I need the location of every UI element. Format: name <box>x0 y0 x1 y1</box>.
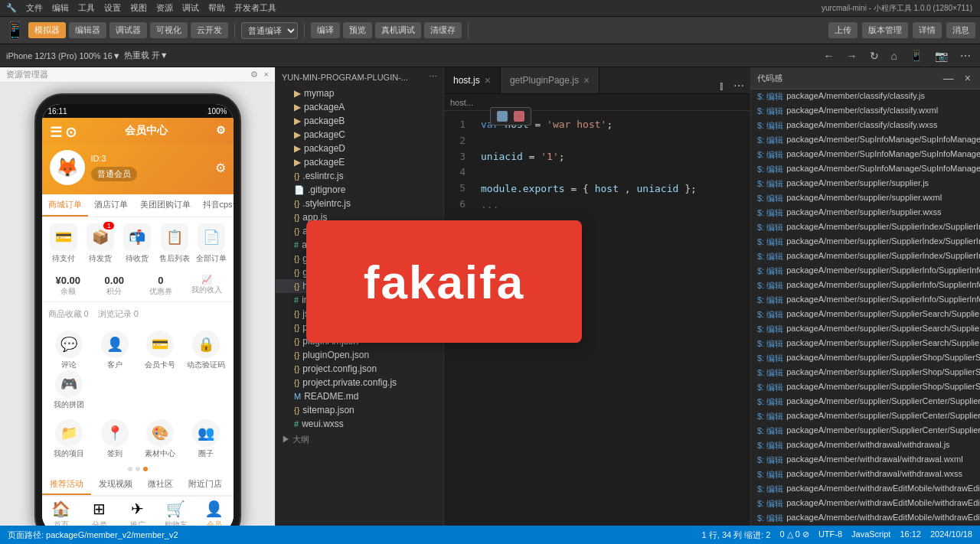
debugger-btn[interactable]: 调试器 <box>109 22 147 38</box>
rp-item-18[interactable]: $: 编辑 packageA/member/supplier/SupplierS… <box>751 351 980 366</box>
rp-item-29[interactable]: $: 编辑 packageA/member/withdrawEditMobile… <box>751 511 980 526</box>
folder-packageC[interactable]: ▶ packageC <box>276 128 443 142</box>
right-panel-minimize[interactable]: — <box>940 70 957 86</box>
right-panel-close[interactable]: × <box>962 70 974 86</box>
phone-btn[interactable]: 📱 <box>906 48 926 64</box>
icon-group-buy[interactable]: 🎮 我的拼团 <box>47 370 93 410</box>
tab-douyin-order[interactable]: 抖音cps订 <box>197 194 234 217</box>
rp-item-21[interactable]: $: 编辑 packageA/member/supplier/SupplierC… <box>751 395 980 409</box>
icon-pending-ship[interactable]: 📦 待发货 1 <box>83 223 117 264</box>
more-editor-btn[interactable]: ⋯ <box>730 78 747 93</box>
edit-link-5[interactable]: $: 编辑 <box>757 164 783 175</box>
compile-btn[interactable]: 编译 <box>311 22 340 38</box>
rp-item-23[interactable]: $: 编辑 packageA/member/supplier/SupplierC… <box>751 424 980 438</box>
icon-pending-pay[interactable]: 💳 待支付 <box>47 223 80 264</box>
browse-history[interactable]: 浏览记录 0 <box>98 308 139 320</box>
edit-link-25[interactable]: $: 编辑 <box>757 454 783 466</box>
rp-item-17[interactable]: $: 编辑 packageA/member/supplier/SupplierS… <box>751 337 980 351</box>
menu-item-debug[interactable]: 调试 <box>182 2 199 14</box>
edit-link-20[interactable]: $: 编辑 <box>757 382 783 393</box>
menu-item-view[interactable]: 视图 <box>130 2 147 14</box>
rp-item-9[interactable]: $: 编辑 packageA/member/supplier/SupplierI… <box>751 220 980 235</box>
edit-link-13[interactable]: $: 编辑 <box>757 280 783 292</box>
rp-item-2[interactable]: $: 编辑 packageA/member/classify/classify.… <box>751 119 980 133</box>
screenshot-btn[interactable]: 📷 <box>932 48 951 64</box>
folder-packageD[interactable]: ▶ packageD <box>276 142 443 155</box>
edit-link-28[interactable]: $: 编辑 <box>757 498 783 510</box>
rp-item-27[interactable]: $: 编辑 packageA/member/withdrawEditMobile… <box>751 482 980 497</box>
rp-item-15[interactable]: $: 编辑 packageA/member/supplier/SupplierS… <box>751 308 980 322</box>
refresh-btn[interactable]: ↻ <box>867 48 882 64</box>
hotload-toggle[interactable]: 热重载 开▼ <box>124 50 168 61</box>
file-projectprivate[interactable]: {} project.private.config.js <box>276 376 443 389</box>
folder-packageA[interactable]: ▶ packageA <box>276 100 443 114</box>
menu-item-edit[interactable]: 编辑 <box>52 2 69 14</box>
user-settings-icon[interactable]: ⚙ <box>215 161 226 175</box>
preview-btn[interactable]: 预览 <box>343 22 372 38</box>
icon-circle[interactable]: 👥 圈子 <box>183 419 229 459</box>
icon-member-card[interactable]: 💳 会员卡号 <box>138 331 184 370</box>
rp-item-3[interactable]: $: 编辑 packageA/member/SupInfoManage/SupI… <box>751 133 980 148</box>
nav-category[interactable]: ⊞ 分类 <box>80 500 119 526</box>
file-styleintrc[interactable]: {} .styleintrc.js <box>276 197 443 210</box>
nav-member[interactable]: 👤 会员 <box>195 500 234 526</box>
nav-home[interactable]: 🏠 首页 <box>42 500 80 526</box>
file-sitemap[interactable]: {} sitemap.json <box>276 403 443 417</box>
edit-link-17[interactable]: $: 编辑 <box>757 338 783 350</box>
visual-btn[interactable]: 可视化 <box>150 22 188 38</box>
scroll-tab-nearby[interactable]: 附近门店 <box>181 474 230 495</box>
icon-pending-receive[interactable]: 📬 待收货 <box>120 223 154 264</box>
rp-item-16[interactable]: $: 编辑 packageA/member/supplier/SupplierS… <box>751 322 980 337</box>
folder-packageB[interactable]: ▶ packageB <box>276 114 443 128</box>
home-icon[interactable]: ⊙ <box>65 124 77 141</box>
rp-item-5[interactable]: $: 编辑 packageA/member/SupInfoManage/SupI… <box>751 162 980 177</box>
rp-item-4[interactable]: $: 编辑 packageA/member/SupInfoManage/SupI… <box>751 148 980 162</box>
close-tab-hostjs[interactable]: × <box>485 74 491 86</box>
settings-icon[interactable]: ⚙ <box>250 70 258 80</box>
edit-link-29[interactable]: $: 编辑 <box>757 513 783 524</box>
icon-material-center[interactable]: 🎨 素材中心 <box>138 419 184 459</box>
rp-item-13[interactable]: $: 编辑 packageA/member/supplier/SupplierI… <box>751 279 980 293</box>
edit-link-11[interactable]: $: 编辑 <box>757 251 783 262</box>
icon-customer[interactable]: 👤 客户 <box>92 331 138 370</box>
scroll-tab-recommend[interactable]: 推荐活动 <box>42 474 91 495</box>
stat-points[interactable]: 0.00 积分 <box>94 275 135 297</box>
rp-item-7[interactable]: $: 编辑 packageA/member/supplier/supplier.… <box>751 191 980 206</box>
edit-link-23[interactable]: $: 编辑 <box>757 425 783 437</box>
menu-icon[interactable]: ☰ <box>50 124 62 141</box>
editor-btn[interactable]: 编辑器 <box>69 22 106 38</box>
rp-item-1[interactable]: $: 编辑 packageA/member/classify/classify.… <box>751 104 980 119</box>
edit-link-1[interactable]: $: 编辑 <box>757 106 783 117</box>
edit-link-27[interactable]: $: 编辑 <box>757 484 783 495</box>
rp-item-19[interactable]: $: 编辑 packageA/member/supplier/SupplierS… <box>751 366 980 380</box>
edit-link-4[interactable]: $: 编辑 <box>757 149 783 161</box>
icon-after-sales[interactable]: 📋 售后列表 <box>158 223 191 264</box>
upload-btn[interactable]: 上传 <box>828 22 858 38</box>
rp-item-10[interactable]: $: 编辑 packageA/member/supplier/SupplierI… <box>751 235 980 249</box>
edit-link-14[interactable]: $: 编辑 <box>757 295 783 306</box>
simulator-btn[interactable]: 模拟器 <box>28 22 66 38</box>
rp-item-22[interactable]: $: 编辑 packageA/member/supplier/SupplierC… <box>751 409 980 424</box>
settings-gear-icon[interactable]: ⚙ <box>216 124 226 136</box>
back-btn[interactable]: ← <box>821 48 838 64</box>
menu-item-tools[interactable]: 工具 <box>78 2 95 14</box>
rp-item-28[interactable]: $: 编辑 packageA/member/withdrawEditMobile… <box>751 497 980 511</box>
menu-item-resource[interactable]: 资源 <box>156 2 173 14</box>
edit-link-18[interactable]: $: 编辑 <box>757 353 783 364</box>
rp-item-11[interactable]: $: 编辑 packageA/member/supplier/SupplierI… <box>751 249 980 264</box>
notify-btn[interactable]: 消息 <box>946 22 975 38</box>
rp-item-12[interactable]: $: 编辑 packageA/member/supplier/SupplierI… <box>751 264 980 279</box>
file-pluginopen[interactable]: {} pluginOpen.json <box>276 348 443 362</box>
edit-link-26[interactable]: $: 编辑 <box>757 469 783 480</box>
editor-tab-hostjs[interactable]: host.js × <box>444 67 501 93</box>
rp-item-20[interactable]: $: 编辑 packageA/member/supplier/SupplierS… <box>751 380 980 395</box>
rp-item-0[interactable]: $: 编辑 packageA/member/classify/classify.… <box>751 90 980 104</box>
edit-link-21[interactable]: $: 编辑 <box>757 396 783 408</box>
more-btn[interactable]: ⋯ <box>957 48 974 64</box>
realmode-btn[interactable]: 真机调试 <box>375 22 421 38</box>
icon-checkin[interactable]: 📍 签到 <box>92 419 138 459</box>
edit-link-2[interactable]: $: 编辑 <box>757 120 783 132</box>
stat-balance[interactable]: ¥0.00 余额 <box>48 275 89 297</box>
edit-link-8[interactable]: $: 编辑 <box>757 207 783 219</box>
close-tab-getpluginpage[interactable]: × <box>583 74 590 86</box>
